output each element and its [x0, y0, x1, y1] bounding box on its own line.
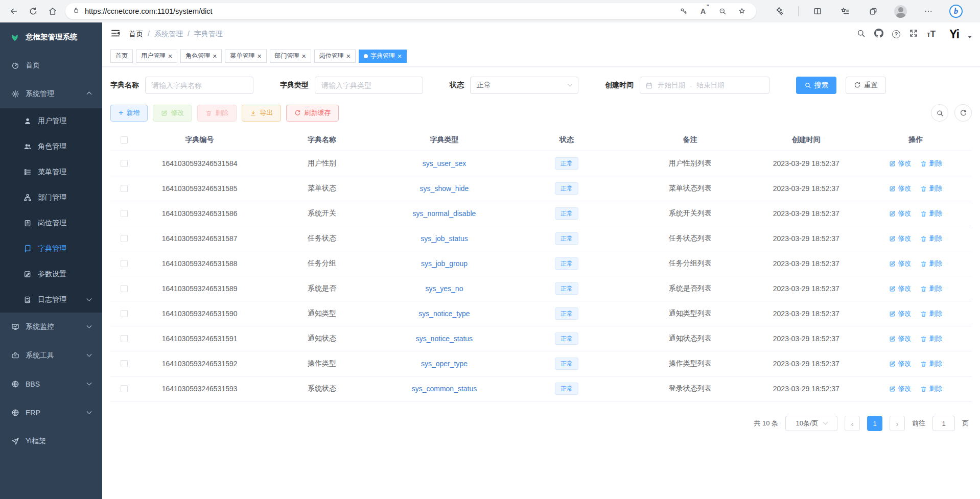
export-button[interactable]: 导出 — [242, 105, 281, 122]
dict-type-link[interactable]: sys_user_sex — [423, 159, 466, 168]
select-all-checkbox[interactable] — [121, 136, 128, 144]
row-checkbox[interactable] — [121, 235, 128, 242]
dict-type-link[interactable]: sys_notice_status — [416, 335, 473, 343]
github-icon[interactable] — [874, 29, 883, 40]
row-edit-button[interactable]: 修改 — [889, 334, 911, 343]
refresh-cache-button[interactable]: 刷新缓存 — [286, 105, 339, 122]
row-checkbox[interactable] — [121, 210, 128, 217]
dict-name-input[interactable] — [145, 77, 253, 94]
row-edit-button[interactable]: 修改 — [889, 159, 911, 168]
dict-type-link[interactable]: sys_job_status — [421, 234, 468, 243]
view-tab[interactable]: 部门管理 × — [270, 50, 311, 63]
address-bar[interactable]: https://ccnetcore.com:1101/system/dict A — [65, 3, 756, 19]
sidebar-item[interactable]: 用户管理 — [0, 108, 102, 134]
page-size-select[interactable]: 10条/页 — [785, 416, 837, 431]
row-checkbox[interactable] — [121, 185, 128, 192]
view-tab[interactable]: 用户管理 × — [136, 50, 177, 63]
read-aloud-icon[interactable]: A — [696, 4, 710, 18]
sidebar-item[interactable]: Yi框架 — [0, 427, 102, 456]
lock-icon[interactable] — [73, 7, 80, 16]
favorites-icon[interactable] — [836, 3, 854, 20]
sidebar-item[interactable]: 部门管理 — [0, 185, 102, 210]
toggle-search-button[interactable] — [931, 104, 948, 122]
sidebar-item[interactable]: 日志管理 — [0, 287, 102, 313]
row-edit-button[interactable]: 修改 — [889, 309, 911, 318]
breadcrumb-home[interactable]: 首页 — [129, 30, 143, 39]
user-dropdown-caret[interactable] — [968, 36, 972, 38]
browser-menu-icon[interactable] — [920, 3, 937, 20]
sidebar-item[interactable]: 系统工具 — [0, 341, 102, 370]
tab-close-icon[interactable]: × — [257, 53, 261, 60]
row-checkbox[interactable] — [121, 360, 128, 367]
collections-icon[interactable] — [865, 3, 882, 20]
page-number-button[interactable]: 1 — [867, 416, 882, 431]
next-page-button[interactable]: › — [890, 416, 905, 431]
dict-type-link[interactable]: sys_yes_no — [426, 284, 463, 293]
dict-type-link[interactable]: sys_oper_type — [421, 360, 468, 368]
row-checkbox[interactable] — [121, 385, 128, 392]
view-tab[interactable]: 角色管理 × — [180, 50, 222, 63]
delete-button[interactable]: 删除 — [197, 105, 237, 122]
dict-type-input[interactable] — [315, 77, 423, 94]
row-edit-button[interactable]: 修改 — [889, 384, 911, 393]
sidebar-item[interactable]: 菜单管理 — [0, 159, 102, 185]
row-edit-button[interactable]: 修改 — [889, 184, 911, 193]
row-delete-button[interactable]: 删除 — [920, 184, 942, 193]
sidebar-item[interactable]: BBS — [0, 370, 102, 398]
refresh-table-button[interactable] — [954, 104, 972, 122]
fullscreen-icon[interactable] — [909, 29, 918, 40]
search-button[interactable]: 搜索 — [796, 77, 836, 94]
edit-button[interactable]: 修改 — [153, 105, 192, 122]
dict-type-link[interactable]: sys_normal_disable — [413, 209, 476, 218]
dict-type-link[interactable]: sys_show_hide — [420, 184, 469, 193]
row-edit-button[interactable]: 修改 — [889, 359, 911, 368]
sidebar-item[interactable]: 系统监控 — [0, 313, 102, 341]
view-tab[interactable]: 岗位管理 × — [314, 50, 356, 63]
sidebar-item[interactable]: 首页 — [0, 51, 102, 80]
browser-back-button[interactable] — [5, 3, 22, 20]
sidebar-item[interactable]: 字典管理 — [0, 236, 102, 262]
browser-home-button[interactable] — [44, 3, 61, 20]
add-favorite-icon[interactable] — [735, 4, 749, 18]
sidebar-item[interactable]: 岗位管理 — [0, 210, 102, 236]
extensions-icon[interactable] — [771, 3, 788, 20]
view-tab[interactable]: 首页 — [110, 50, 133, 63]
row-delete-button[interactable]: 删除 — [920, 284, 942, 293]
font-size-icon[interactable]: TT — [927, 29, 936, 39]
row-checkbox[interactable] — [121, 260, 128, 267]
row-delete-button[interactable]: 删除 — [920, 159, 942, 168]
status-select[interactable]: 正常 — [470, 77, 578, 94]
tab-close-icon[interactable]: × — [168, 53, 172, 60]
row-edit-button[interactable]: 修改 — [889, 284, 911, 293]
row-edit-button[interactable]: 修改 — [889, 259, 911, 268]
zoom-out-icon[interactable] — [715, 4, 730, 18]
dict-type-link[interactable]: sys_job_group — [421, 259, 468, 268]
row-delete-button[interactable]: 删除 — [920, 384, 942, 393]
row-delete-button[interactable]: 删除 — [920, 259, 942, 268]
row-edit-button[interactable]: 修改 — [889, 234, 911, 243]
browser-refresh-button[interactable] — [25, 3, 42, 20]
tab-close-icon[interactable]: × — [302, 53, 306, 60]
row-checkbox[interactable] — [121, 160, 128, 167]
row-checkbox[interactable] — [121, 310, 128, 317]
row-checkbox[interactable] — [121, 335, 128, 342]
profile-avatar[interactable] — [892, 3, 909, 20]
row-edit-button[interactable]: 修改 — [889, 209, 911, 218]
row-delete-button[interactable]: 删除 — [920, 234, 942, 243]
sidebar-item[interactable]: ERP — [0, 398, 102, 427]
row-delete-button[interactable]: 删除 — [920, 309, 942, 318]
sidebar-toggle-icon[interactable] — [110, 28, 121, 40]
split-screen-icon[interactable] — [809, 3, 826, 20]
bing-chat-icon[interactable]: b — [947, 3, 965, 20]
help-icon[interactable]: ? — [892, 30, 900, 38]
tab-close-icon[interactable]: × — [398, 53, 402, 60]
date-range-picker[interactable]: 开始日期 - 结束日期 — [640, 77, 769, 94]
view-tab[interactable]: 菜单管理 × — [225, 50, 266, 63]
row-delete-button[interactable]: 删除 — [920, 359, 942, 368]
row-delete-button[interactable]: 删除 — [920, 209, 942, 218]
user-logo[interactable]: Yi — [949, 28, 959, 41]
header-search-icon[interactable] — [856, 29, 866, 40]
tab-close-icon[interactable]: × — [346, 53, 351, 60]
sidebar-item[interactable]: 系统管理 — [0, 80, 102, 108]
date-start-placeholder[interactable]: 开始日期 — [658, 81, 685, 90]
